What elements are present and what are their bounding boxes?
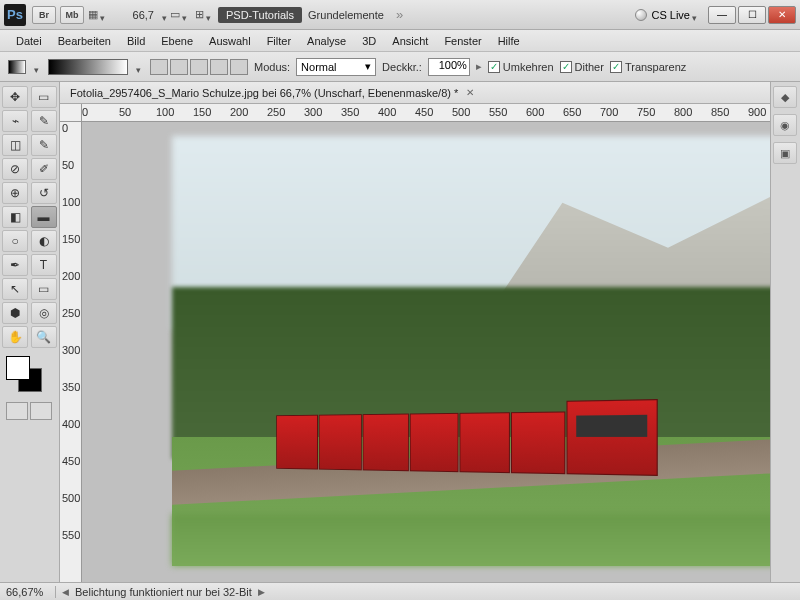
menu-ansicht[interactable]: Ansicht: [384, 33, 436, 49]
menu-ebene[interactable]: Ebene: [153, 33, 201, 49]
mode-label: Modus:: [254, 61, 290, 73]
zoom-tool[interactable]: 🔍: [31, 326, 57, 348]
blur-tool[interactable]: ○: [2, 230, 28, 252]
ruler-origin[interactable]: [60, 104, 82, 122]
shape-tool[interactable]: ▭: [31, 278, 57, 300]
workspace-label[interactable]: Grundelemente: [308, 9, 384, 21]
hand-tool[interactable]: ✋: [2, 326, 28, 348]
document-image: [172, 136, 770, 566]
lasso-tool[interactable]: ⌁: [2, 110, 28, 132]
cs-live-label: CS Live: [651, 9, 690, 21]
healing-tool[interactable]: ⊘: [2, 158, 28, 180]
status-nav-right-icon[interactable]: ▶: [258, 587, 265, 597]
status-zoom[interactable]: 66,67%: [6, 586, 56, 598]
menu-bild[interactable]: Bild: [119, 33, 153, 49]
gradient-tool[interactable]: ▬: [31, 206, 57, 228]
transparency-checkbox[interactable]: ✓Transparenz: [610, 61, 686, 73]
mode-select[interactable]: Normal▾: [296, 58, 376, 76]
options-bar: Modus: Normal▾ Deckkr.: 100% ▸ ✓Umkehren…: [0, 52, 800, 82]
menu-filter[interactable]: Filter: [259, 33, 299, 49]
menu-hilfe[interactable]: Hilfe: [490, 33, 528, 49]
move-tool[interactable]: ✥: [2, 86, 28, 108]
extras-icon[interactable]: ⊞: [194, 6, 214, 24]
zoom-level[interactable]: 66,7: [116, 9, 156, 21]
tool-preset-icon[interactable]: [8, 60, 26, 74]
close-button[interactable]: ✕: [768, 6, 796, 24]
maximize-button[interactable]: ☐: [738, 6, 766, 24]
menu-analyse[interactable]: Analyse: [299, 33, 354, 49]
linear-gradient-icon[interactable]: [150, 59, 168, 75]
stamp-tool[interactable]: ⊕: [2, 182, 28, 204]
tab-close-icon[interactable]: ✕: [466, 87, 474, 98]
canvas-area: Fotolia_2957406_S_Mario Schulze.jpg bei …: [60, 82, 770, 582]
canvas-viewport[interactable]: [82, 122, 770, 582]
status-nav-left-icon[interactable]: ◀: [62, 587, 69, 597]
crop-tool[interactable]: ◫: [2, 134, 28, 156]
cs-live-icon: [635, 9, 647, 21]
menu-3d[interactable]: 3D: [354, 33, 384, 49]
type-tool[interactable]: T: [31, 254, 57, 276]
tool-panel: ✥ ▭ ⌁ ✎ ◫ ✎ ⊘ ✐ ⊕ ↺ ◧ ▬ ○ ◐ ✒ T ↖ ▭ ⬢ ◎ …: [0, 82, 60, 582]
bridge-button[interactable]: Br: [32, 6, 56, 24]
paths-panel-icon[interactable]: ▣: [773, 142, 797, 164]
reverse-checkbox[interactable]: ✓Umkehren: [488, 61, 554, 73]
gradient-preview[interactable]: [48, 59, 128, 75]
titlebar: Ps Br Mb ▦ 66,7 ▭ ⊞ PSD-Tutorials Grunde…: [0, 0, 800, 30]
3d-camera-tool[interactable]: ◎: [31, 302, 57, 324]
history-brush-tool[interactable]: ↺: [31, 182, 57, 204]
layers-panel-icon[interactable]: ◆: [773, 86, 797, 108]
menu-auswahl[interactable]: Auswahl: [201, 33, 259, 49]
minibridge-button[interactable]: Mb: [60, 6, 84, 24]
channels-panel-icon[interactable]: ◉: [773, 114, 797, 136]
document-tab-label: Fotolia_2957406_S_Mario Schulze.jpg bei …: [70, 87, 458, 99]
statusbar: 66,67% ◀ Belichtung funktioniert nur bei…: [0, 582, 800, 600]
gradient-type-icons: [150, 59, 248, 75]
eraser-tool[interactable]: ◧: [2, 206, 28, 228]
color-swatch[interactable]: [2, 356, 50, 396]
dodge-tool[interactable]: ◐: [31, 230, 57, 252]
menu-bearbeiten[interactable]: Bearbeiten: [50, 33, 119, 49]
opacity-label: Deckkr.:: [382, 61, 422, 73]
standard-mode-icon[interactable]: [6, 402, 28, 420]
marquee-tool[interactable]: ▭: [31, 86, 57, 108]
reflected-gradient-icon[interactable]: [210, 59, 228, 75]
arrange-icon[interactable]: ▭: [170, 6, 190, 24]
path-select-tool[interactable]: ↖: [2, 278, 28, 300]
status-info: Belichtung funktioniert nur bei 32-Bit: [75, 586, 252, 598]
menu-fenster[interactable]: Fenster: [436, 33, 489, 49]
ruler-vertical[interactable]: 050100150200250300350400450500550: [60, 122, 82, 582]
opacity-input[interactable]: 100%: [428, 58, 470, 76]
dither-checkbox[interactable]: ✓Dither: [560, 61, 604, 73]
ruler-horizontal[interactable]: 0501001502002503003504004505005506006507…: [82, 104, 770, 122]
menu-datei[interactable]: Datei: [8, 33, 50, 49]
angle-gradient-icon[interactable]: [190, 59, 208, 75]
chevrons-icon[interactable]: »: [396, 7, 403, 22]
3d-tool[interactable]: ⬢: [2, 302, 28, 324]
radial-gradient-icon[interactable]: [170, 59, 188, 75]
right-panel: ◆ ◉ ▣: [770, 82, 800, 582]
diamond-gradient-icon[interactable]: [230, 59, 248, 75]
pen-tool[interactable]: ✒: [2, 254, 28, 276]
workspace-button[interactable]: PSD-Tutorials: [218, 7, 302, 23]
cs-live-button[interactable]: CS Live: [635, 9, 700, 21]
photoshop-logo-icon: Ps: [4, 4, 26, 26]
foreground-color[interactable]: [6, 356, 30, 380]
quick-select-tool[interactable]: ✎: [31, 110, 57, 132]
brush-tool[interactable]: ✐: [31, 158, 57, 180]
document-tab[interactable]: Fotolia_2957406_S_Mario Schulze.jpg bei …: [60, 82, 770, 104]
menubar: Datei Bearbeiten Bild Ebene Auswahl Filt…: [0, 30, 800, 52]
minimize-button[interactable]: —: [708, 6, 736, 24]
quickmask-mode-icon[interactable]: [30, 402, 52, 420]
screen-mode-icon[interactable]: ▦: [88, 6, 108, 24]
eyedropper-tool[interactable]: ✎: [31, 134, 57, 156]
